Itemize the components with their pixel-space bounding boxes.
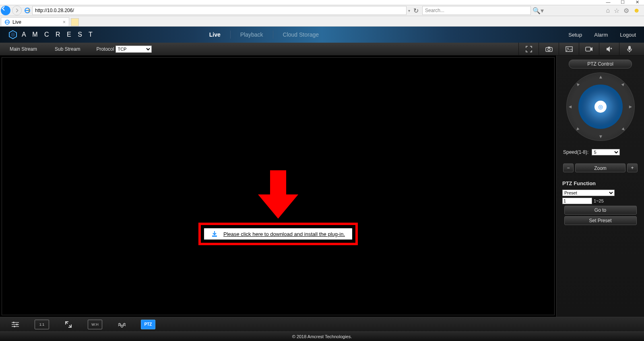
main-nav: Live Playback Cloud Storage	[200, 31, 328, 39]
tab-title: Live	[12, 19, 21, 25]
bottom-toolbar: 1:1 W:H PTZ	[0, 317, 644, 331]
ptz-function-select[interactable]: Preset	[562, 190, 615, 196]
main-area: Please click here to download and instal…	[0, 56, 644, 317]
svg-point-12	[13, 322, 14, 323]
svg-rect-11	[212, 236, 217, 237]
browser-tab-bar: Live ×	[0, 16, 644, 27]
ptz-down-arrow[interactable]: ▼	[599, 134, 603, 139]
download-icon	[211, 231, 218, 237]
refresh-button[interactable]: ↻	[412, 7, 420, 14]
main-stream-button[interactable]: Main Stream	[5, 45, 42, 54]
speed-label: Speed(1-8):	[563, 149, 588, 155]
browser-tab[interactable]: Live ×	[1, 17, 69, 26]
ptz-panel-title: PTZ Control	[569, 60, 632, 68]
favorites-icon[interactable]: ☆	[614, 7, 619, 14]
snapshot-icon[interactable]	[539, 43, 559, 56]
window-close[interactable]: ✕	[634, 0, 641, 4]
speed-select[interactable]: 5	[592, 149, 620, 155]
svg-point-13	[16, 324, 18, 325]
ptz-up-arrow[interactable]: ▲	[599, 74, 603, 80]
svg-point-8	[567, 48, 568, 49]
ie-icon	[24, 7, 31, 14]
protocol-select[interactable]: TCP	[116, 45, 152, 53]
sub-stream-button[interactable]: Sub Stream	[50, 45, 85, 54]
forward-button[interactable]	[12, 6, 22, 15]
video-tool-icons	[518, 43, 639, 56]
nav-cloud-storage[interactable]: Cloud Storage	[273, 31, 329, 39]
nav-alarm[interactable]: Alarm	[594, 32, 608, 38]
address-bar: http://10.0.28.206/ ▾ ↻ Search... 🔍▾ ⌂ ☆…	[0, 5, 644, 16]
svg-rect-9	[586, 47, 590, 51]
svg-point-5	[548, 48, 550, 51]
camera-app: A M C R E S T Live Playback Cloud Storag…	[0, 27, 644, 341]
emoji-icon[interactable]: ☻	[633, 7, 640, 14]
app-header: A M C R E S T Live Playback Cloud Storag…	[0, 27, 644, 43]
adjust-icon[interactable]	[8, 320, 23, 329]
picture-icon[interactable]	[559, 43, 579, 56]
fullscreen-icon[interactable]	[518, 43, 539, 56]
download-highlight: Please click here to download and instal…	[198, 223, 358, 245]
footer: © 2018 Amcrest Technologies.	[0, 331, 644, 341]
ptz-panel: PTZ Control ◎ ▲ ▼ ◄ ► ▲ ▲ ▼ ▼ Speed(1-8)…	[556, 56, 644, 317]
header-right: Setup Alarm Logout	[568, 32, 636, 38]
nav-logout[interactable]: Logout	[620, 32, 636, 38]
preset-number-input[interactable]	[562, 198, 592, 204]
window-controls: — ☐ ✕	[0, 0, 644, 5]
url-input[interactable]: http://10.0.28.206/	[32, 6, 407, 15]
ptz-left-arrow[interactable]: ◄	[568, 104, 573, 110]
zoom-out-button[interactable]: −	[563, 163, 574, 172]
tab-close-icon[interactable]: ×	[63, 19, 66, 25]
new-tab-button[interactable]	[71, 18, 79, 26]
protocol-label: Protocol	[96, 46, 114, 52]
brand-text: A M C R E S T	[22, 31, 95, 38]
set-preset-button[interactable]: Set Preset	[564, 216, 637, 225]
ptz-right-arrow[interactable]: ►	[628, 104, 633, 110]
ratio-wh-button[interactable]: W:H	[88, 320, 102, 329]
zoom-label: Zoom	[575, 163, 625, 172]
hexagon-icon	[8, 30, 18, 39]
video-viewport: Please click here to download and instal…	[2, 57, 555, 315]
search-split-icon[interactable]: 🔍▾	[533, 7, 544, 14]
back-button[interactable]	[1, 6, 10, 15]
expand-icon[interactable]	[61, 320, 76, 329]
ptz-toggle-button[interactable]: PTZ	[141, 320, 155, 329]
zoom-in-button[interactable]: +	[627, 163, 638, 172]
ptz-center-icon[interactable]: ◎	[594, 101, 607, 113]
settings-gear-icon[interactable]: ⚙	[623, 7, 629, 14]
speaker-icon[interactable]	[599, 43, 619, 56]
record-icon[interactable]	[579, 43, 599, 56]
svg-point-14	[14, 326, 15, 327]
nav-setup[interactable]: Setup	[568, 32, 582, 38]
download-plugin-link[interactable]: Please click here to download and instal…	[223, 231, 345, 237]
goto-button[interactable]: Go to	[564, 206, 637, 215]
nav-playback[interactable]: Playback	[231, 31, 273, 39]
brand-logo: A M C R E S T	[8, 30, 95, 39]
svg-rect-6	[548, 47, 550, 48]
ptz-function-title: PTZ Function	[562, 180, 638, 186]
ptz-direction-dial[interactable]: ◎ ▲ ▼ ◄ ► ▲ ▲ ▼ ▼	[566, 72, 635, 141]
stream-toolbar: Main Stream Sub Stream Protocol TCP	[0, 43, 644, 56]
red-arrow-annotation	[258, 170, 298, 219]
preset-range-label: 1~25	[594, 198, 604, 203]
ie-icon	[4, 19, 10, 25]
microphone-icon[interactable]	[619, 43, 639, 56]
browser-search-input[interactable]: Search...	[422, 6, 531, 15]
window-minimize[interactable]: —	[605, 0, 612, 4]
svg-rect-10	[628, 46, 631, 50]
download-plugin-button[interactable]: Please click here to download and instal…	[204, 228, 352, 240]
home-icon[interactable]: ⌂	[606, 7, 610, 14]
dropdown-icon[interactable]: ▾	[408, 8, 410, 13]
fluency-icon[interactable]	[114, 320, 129, 329]
nav-live[interactable]: Live	[200, 31, 231, 39]
ratio-11-button[interactable]: 1:1	[35, 320, 49, 329]
window-maximize[interactable]: ☐	[619, 0, 626, 4]
svg-marker-3	[11, 32, 15, 37]
